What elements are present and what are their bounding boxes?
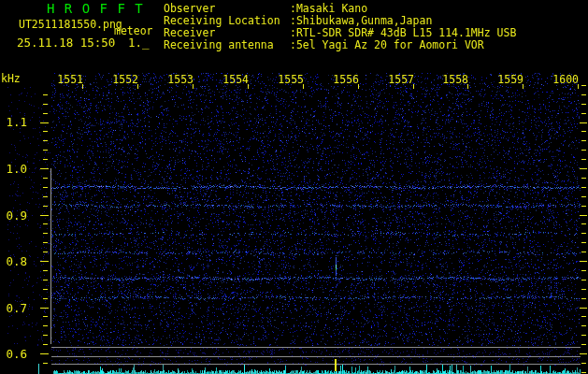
hrofft-output: H R O F F T UT2511181550.png meteor 25.1… [0,0,588,374]
x-tick-label: 1557 [377,73,414,86]
y-tick-label: 0.9 [0,209,27,223]
echo-counter: 1._ [128,36,150,50]
info-value-observer: :Masaki Kano [290,3,367,15]
info-label-location: Receiving Location [164,15,280,27]
spectrogram-canvas [0,0,588,374]
x-tick-label: 1553 [156,73,194,86]
info-value-receiver: :RTL-SDR SDR# 43dB L15 114.1MHz USB [290,27,516,39]
y-tick-label: 0.7 [0,301,27,315]
y-tick-label: 0.6 [0,347,27,361]
observation-datetime: 25.11.18 15:50 [17,36,115,50]
x-tick-label: 1559 [486,73,523,86]
x-tick-label: 1555 [266,73,304,86]
x-tick-label: 1600 [541,73,579,86]
y-tick-label: 0.8 [0,254,27,268]
output-filename: UT2511181550.png [19,19,122,31]
x-tick-label: 1558 [431,73,468,86]
x-tick-label: 1552 [101,73,138,86]
app-title: H R O F F T [47,2,144,16]
y-axis-unit: kHz [1,73,21,85]
y-tick-label: 1.0 [0,162,27,176]
x-tick-label: 1551 [46,73,83,86]
x-tick-label: 1554 [211,73,249,86]
info-value-location: :Shibukawa,Gunma,Japan [290,15,432,27]
info-label-observer: Observer [164,3,215,15]
info-label-receiver: Receiver [164,27,215,39]
info-value-antenna: :5el Yagi Az 20 for Aomori VOR [290,39,484,51]
info-label-antenna: Receiving antenna [164,39,274,51]
x-tick-label: 1556 [322,73,359,86]
y-tick-label: 1.1 [0,115,27,129]
